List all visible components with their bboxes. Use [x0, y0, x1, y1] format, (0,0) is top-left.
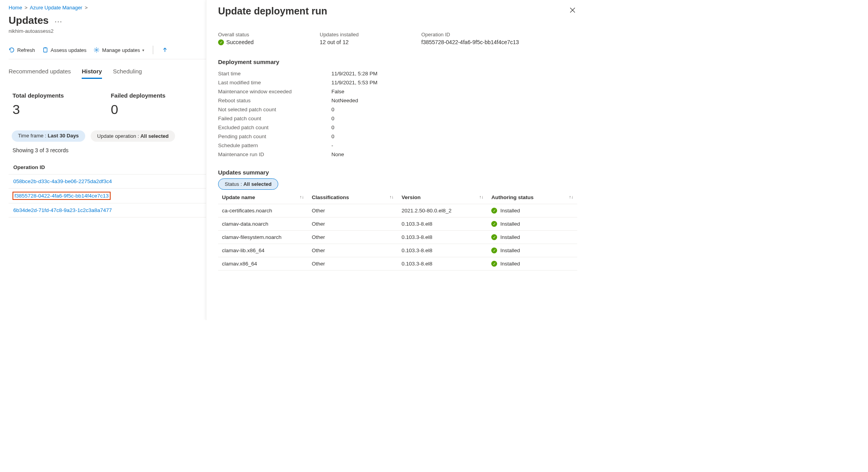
sort-icon: ↑↓: [569, 194, 573, 199]
summary-row: Reboot statusNotNeeded: [218, 98, 577, 103]
col-header-version[interactable]: Version↑↓: [398, 191, 488, 204]
summary-key: Maintenance window exceeded: [218, 89, 331, 94]
breadcrumb-aum[interactable]: Azure Update Manager: [30, 5, 82, 11]
update-name-cell: clamav-data.noarch: [218, 217, 308, 231]
stat-failed-label: Failed deployments: [111, 92, 165, 99]
update-name-cell: ca-certificates.noarch: [218, 204, 308, 217]
chevron-down-icon: ▾: [142, 48, 144, 52]
filter-update-operation[interactable]: Update operation : All selected: [91, 130, 175, 142]
updates-installed-value: 12 out of 12: [320, 39, 398, 45]
svg-rect-1: [45, 48, 46, 48]
blade-title: Update deployment run: [218, 5, 327, 17]
update-name-cell: clamav.x86_64: [218, 257, 308, 271]
summary-value: 0: [331, 116, 335, 121]
overall-status-block: Overall status ✓ Succeeded: [218, 32, 296, 45]
operation-id-link[interactable]: f3855728-0422-4fa6-9f5c-bb14f4ce7c13: [14, 193, 109, 199]
col-header-update-name[interactable]: Update name↑↓: [218, 191, 308, 204]
breadcrumb-home[interactable]: Home: [9, 5, 22, 11]
authoring-status-text: Installed: [500, 208, 520, 214]
refresh-icon: [9, 47, 15, 53]
arrow-up-icon: [162, 47, 168, 53]
tab-scheduling[interactable]: Scheduling: [113, 68, 142, 79]
summary-row: Pending patch count0: [218, 134, 577, 139]
assess-label: Assess updates: [51, 47, 87, 53]
operation-id-block: Operation ID f3855728-0422-4fa6-9f5c-bb1…: [421, 32, 546, 45]
classification-cell: Other: [308, 217, 398, 231]
classification-cell: Other: [308, 231, 398, 244]
col-header-classifications[interactable]: Classifications↑↓: [308, 191, 398, 204]
stat-failed: Failed deployments 0: [111, 92, 165, 117]
close-button[interactable]: [568, 5, 577, 15]
filter-update-op-value: All selected: [140, 133, 168, 139]
more-menu-icon[interactable]: ⋯: [54, 15, 62, 26]
summary-value: None: [331, 151, 344, 157]
detail-blade: Update deployment run Overall status ✓ S…: [206, 0, 589, 320]
manage-button[interactable]: Manage updates ▾: [93, 47, 144, 53]
update-name-cell: clamav-lib.x86_64: [218, 244, 308, 257]
stat-total-value: 3: [13, 102, 64, 117]
success-icon: ✓: [491, 261, 497, 267]
breadcrumb-separator: >: [25, 5, 28, 11]
breadcrumb-separator: >: [85, 5, 88, 11]
summary-value: False: [331, 89, 344, 94]
col-header-opid-text: Operation ID: [13, 164, 45, 170]
filter-time-frame[interactable]: Time frame : Last 30 Days: [12, 130, 85, 142]
success-icon: ✓: [491, 234, 497, 240]
summary-key: Reboot status: [218, 98, 331, 103]
summary-value: 0: [331, 125, 335, 130]
sort-icon: ↑↓: [300, 194, 304, 199]
tab-history[interactable]: History: [82, 68, 102, 79]
classification-cell: Other: [308, 244, 398, 257]
updates-installed-label: Updates installed: [320, 32, 398, 37]
success-icon: ✓: [491, 248, 497, 253]
authoring-status-text: Installed: [500, 234, 520, 240]
summary-value: 11/9/2021, 5:53 PM: [331, 80, 378, 85]
summary-row: Last modified time11/9/2021, 5:53 PM: [218, 80, 577, 85]
col-header-classifications-text: Classifications: [312, 194, 349, 200]
refresh-label: Refresh: [17, 47, 35, 53]
summary-value: 11/9/2021, 5:28 PM: [331, 71, 378, 77]
authoring-status-text: Installed: [500, 221, 520, 227]
summary-row: Excluded patch count0: [218, 125, 577, 130]
updates-status-filter[interactable]: Status : All selected: [218, 178, 278, 190]
filter-time-frame-prefix: Time frame :: [18, 133, 48, 139]
operation-id-link[interactable]: 6b34de2d-71fd-47c8-9a23-1c2c3a8a7477: [13, 207, 112, 213]
overall-status-value: Succeeded: [226, 39, 254, 45]
filter-update-op-prefix: Update operation :: [97, 133, 141, 139]
table-row[interactable]: clamav-filesystem.noarchOther0.103.3-8.e…: [218, 231, 577, 244]
success-icon: ✓: [218, 39, 224, 45]
operation-id-link[interactable]: 058bce2b-d33c-4a39-be06-2275da2df3c4: [13, 178, 112, 184]
refresh-button[interactable]: Refresh: [9, 47, 35, 53]
success-icon: ✓: [491, 208, 497, 214]
updates-installed-block: Updates installed 12 out of 12: [320, 32, 398, 45]
summary-row: Start time11/9/2021, 5:28 PM: [218, 71, 577, 77]
table-row[interactable]: clamav-data.noarchOther0.103.3-8.el8✓Ins…: [218, 217, 577, 231]
table-row[interactable]: clamav.x86_64Other0.103.3-8.el8✓Installe…: [218, 257, 577, 271]
sort-icon: ↑↓: [390, 194, 394, 199]
page-title: Updates: [9, 14, 49, 27]
summary-row: Maintenance run IDNone: [218, 151, 577, 157]
version-cell: 0.103.3-8.el8: [398, 217, 488, 231]
classification-cell: Other: [308, 257, 398, 271]
summary-key: Not selected patch count: [218, 107, 331, 112]
toolbar-divider: [153, 46, 153, 54]
upload-button[interactable]: [162, 47, 168, 53]
sort-icon: ↑↓: [479, 194, 483, 199]
manage-label: Manage updates: [102, 47, 140, 53]
table-row[interactable]: clamav-lib.x86_64Other0.103.3-8.el8✓Inst…: [218, 244, 577, 257]
summary-key: Maintenance run ID: [218, 151, 331, 157]
deployment-summary-title: Deployment summary: [218, 59, 577, 65]
col-header-authoring-status[interactable]: Authoring status↑↓: [487, 191, 577, 204]
updates-status-filter-value: All selected: [243, 181, 272, 187]
summary-row: Failed patch count0: [218, 116, 577, 121]
version-cell: 2021.2.50-80.0.el8_2: [398, 204, 488, 217]
table-row[interactable]: ca-certificates.noarchOther2021.2.50-80.…: [218, 204, 577, 217]
stat-total: Total deployments 3: [13, 92, 64, 117]
summary-row: Schedule pattern-: [218, 142, 577, 148]
summary-key: Excluded patch count: [218, 125, 331, 130]
summary-value: 0: [331, 134, 335, 139]
assess-button[interactable]: Assess updates: [42, 47, 87, 53]
version-cell: 0.103.3-8.el8: [398, 231, 488, 244]
tab-recommended[interactable]: Recommended updates: [9, 68, 71, 79]
summary-row: Maintenance window exceededFalse: [218, 89, 577, 94]
